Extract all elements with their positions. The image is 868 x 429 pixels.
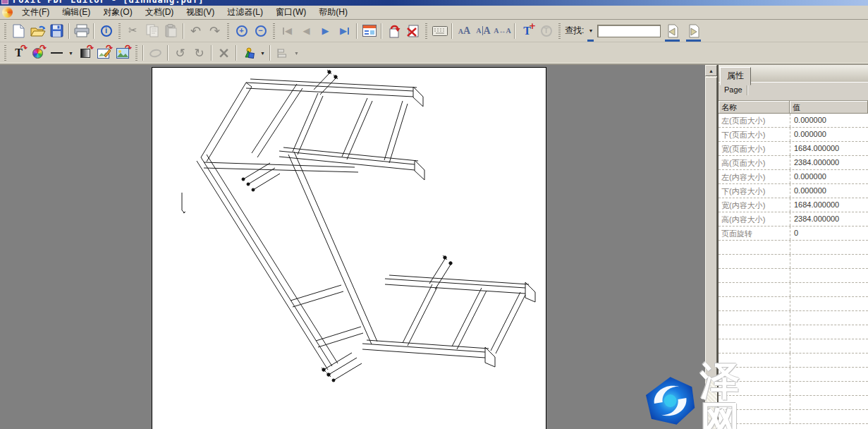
last-page-button[interactable]: ▶ <box>335 22 354 40</box>
font-size-button[interactable]: AA <box>474 22 493 40</box>
paste-clipboard-icon <box>165 24 177 37</box>
find-input[interactable] <box>597 25 661 37</box>
next-page-button[interactable]: ▶ <box>316 22 335 40</box>
window-app-icon <box>1 0 8 4</box>
find-next-button[interactable] <box>684 22 703 40</box>
shading-tool-button[interactable]: ↷ <box>75 44 94 62</box>
page-tab[interactable]: Page <box>719 84 747 95</box>
find-options-dropdown[interactable]: ▼ <box>586 23 595 40</box>
text-cursor-mark <box>182 193 185 213</box>
rotate-page-button[interactable] <box>384 22 403 40</box>
add-text-button[interactable]: T + <box>518 22 537 40</box>
menu-help[interactable]: 帮助(H) <box>312 5 354 20</box>
first-page-icon: ◀ <box>283 26 292 35</box>
menu-edit[interactable]: 编辑(E) <box>56 5 97 20</box>
zoom-in-button[interactable]: + <box>232 22 251 40</box>
keyboard-button[interactable] <box>430 22 449 40</box>
property-row[interactable]: 宽(页面大小)1684.000000 <box>719 142 868 156</box>
toolbar-grip[interactable] <box>4 45 6 61</box>
save-button[interactable] <box>47 22 66 40</box>
property-row[interactable]: 左(内容大小)0.000000 <box>719 170 868 184</box>
toolbar-separator <box>381 23 382 39</box>
chevron-down-icon: ▼ <box>260 51 265 56</box>
scrollbar-thumb[interactable] <box>705 77 717 379</box>
toolbar-grip[interactable] <box>273 23 275 39</box>
properties-tab[interactable]: 属性 <box>720 67 751 85</box>
lasso-icon <box>149 48 162 58</box>
redo-icon: ↷ <box>209 25 220 37</box>
new-document-button[interactable] <box>9 22 28 40</box>
property-row[interactable]: 下(内容大小)0.000000 <box>719 184 868 198</box>
menu-object[interactable]: 对象(O) <box>97 5 138 20</box>
menu-filter[interactable]: 过滤器(L) <box>221 5 269 20</box>
menu-document[interactable]: 文档(D) <box>139 5 181 20</box>
font-size-icon: AA <box>476 26 490 36</box>
empty-row <box>719 255 868 269</box>
redo-button: ↷ <box>205 22 224 40</box>
zoom-out-icon: − <box>255 25 267 37</box>
shapes-tool-dropdown[interactable]: ▼ <box>258 44 267 61</box>
open-button[interactable] <box>28 22 47 40</box>
page-layout-button[interactable] <box>360 22 379 40</box>
menu-file[interactable]: 文件(F) <box>16 5 56 20</box>
page-drawing <box>152 68 546 429</box>
print-button[interactable] <box>72 22 91 40</box>
edit-image-button[interactable]: ↷ <box>94 44 114 62</box>
menu-window[interactable]: 窗口(W) <box>269 5 312 20</box>
empty-row <box>719 241 868 255</box>
find-previous-icon <box>666 24 680 38</box>
shapes-icon <box>242 47 255 59</box>
scroll-up-button[interactable]: ▲ <box>705 65 717 76</box>
toolbar-grip[interactable] <box>425 23 427 39</box>
empty-row <box>719 396 868 410</box>
empty-row <box>719 283 868 297</box>
toolbar-standard: i ✂ ↶ ↷ + − ◀ ◀ ▶ ▶ <box>0 20 868 42</box>
find-previous-button[interactable] <box>663 22 682 40</box>
char-spacing-button[interactable]: A↔A <box>493 22 512 40</box>
paste-button <box>161 22 181 40</box>
pdf-page[interactable] <box>152 67 546 429</box>
toolbar-grip[interactable] <box>135 45 137 61</box>
toolbar-grip[interactable] <box>227 23 229 39</box>
add-image-button[interactable]: ↷ <box>114 44 133 62</box>
property-row[interactable]: 页面旋转0 <box>719 226 868 241</box>
edit-text-tool-button[interactable]: T ↷ <box>9 44 28 62</box>
property-row[interactable]: 高(内容大小)2384.000000 <box>719 212 868 226</box>
text-circle-icon: T <box>541 25 552 37</box>
empty-row <box>719 368 868 382</box>
app-icon[interactable] <box>2 7 13 18</box>
font-button[interactable]: AA <box>455 22 474 40</box>
rotate-page-icon <box>387 24 401 38</box>
line-icon <box>51 52 63 54</box>
property-row[interactable]: 左(页面大小)0.000000 <box>719 114 868 128</box>
document-info-button[interactable]: i <box>97 22 116 40</box>
document-canvas[interactable] <box>0 65 705 429</box>
toolbar-grip[interactable] <box>118 23 121 39</box>
properties-panel: 属性 Page 名称 值 左(页面大小)0.000000 下(页面大小)0.00… <box>719 65 868 429</box>
property-row[interactable]: 高(页面大小)2384.000000 <box>719 156 868 170</box>
color-tool-button[interactable]: ↷ <box>28 44 47 62</box>
delete-page-button[interactable] <box>403 22 422 40</box>
toolbar-grip[interactable] <box>558 23 561 39</box>
copy-icon <box>146 24 159 37</box>
page-layout-icon <box>362 25 377 37</box>
char-spacing-icon: A↔A <box>494 28 511 35</box>
find-next-icon <box>687 24 701 38</box>
vertical-scrollbar[interactable]: ▲ <box>705 65 717 429</box>
delete-page-icon <box>406 24 420 38</box>
line-tool-dropdown[interactable]: ▼ <box>66 44 75 61</box>
cut-button: ✂ <box>123 22 142 40</box>
empty-row <box>719 311 868 325</box>
delete-cross-icon: × <box>218 46 231 61</box>
scissors-icon: ✂ <box>128 25 137 36</box>
property-row[interactable]: 宽(内容大小)1684.000000 <box>719 198 868 212</box>
menu-view[interactable]: 视图(V) <box>180 5 221 20</box>
line-tool-button[interactable] <box>47 44 66 62</box>
panel-tab-bar: 属性 <box>719 65 868 83</box>
toolbar-grip[interactable] <box>4 23 6 39</box>
arrow-up-icon: ▲ <box>709 68 714 73</box>
zoom-out-button[interactable]: − <box>251 22 270 40</box>
shapes-tool-button[interactable] <box>239 44 258 62</box>
property-row[interactable]: 下(页面大小)0.000000 <box>719 128 868 142</box>
window-title: Foxit PDF Editor - [dinhuang.pdf] <box>13 0 204 5</box>
